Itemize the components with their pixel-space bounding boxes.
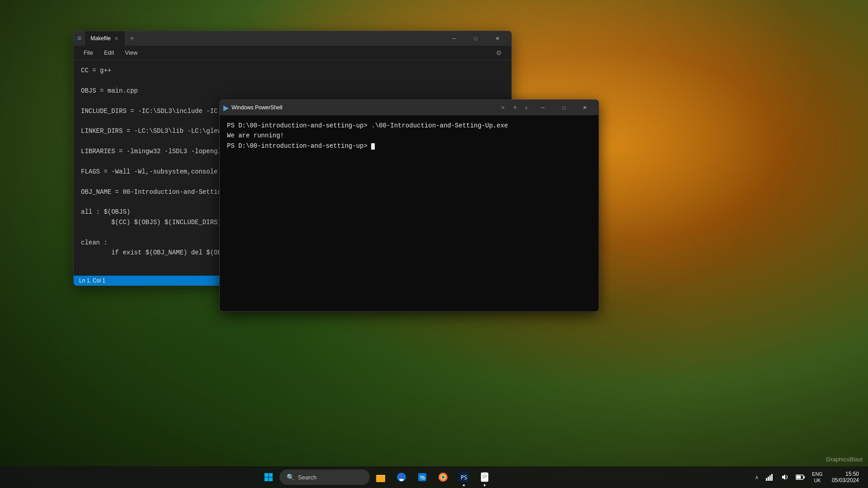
notepad-win-controls: ─ □ ✕ [443,31,508,46]
taskbar-clock[interactable]: 15:50 05/03/2024 [828,469,863,485]
svg-rect-2 [264,478,269,482]
taskbar-notepad[interactable] [475,467,495,487]
svg-rect-20 [769,475,771,481]
code-line-1: CC = g++ [81,66,504,75]
svg-rect-17 [483,472,486,474]
svg-text:🛍: 🛍 [420,474,425,481]
taskbar-tray: ∧ [753,469,868,486]
taskbar-search-icon: 🔍 [287,474,294,481]
taskbar-search[interactable]: 🔍 Search [279,469,370,485]
tray-battery-icon[interactable] [794,471,807,483]
ps-close-btn[interactable]: ✕ [574,100,595,115]
ps-tab-dropdown[interactable]: ∨ [523,103,530,113]
notepad-menu-edit[interactable]: Edit [99,47,118,58]
ps-maximize-btn[interactable]: □ [553,100,574,115]
svg-point-10 [442,476,444,479]
notepad-tab-label: Makefile [90,35,111,42]
ps-line-1: PS D:\00-introduction-and-setting-up> .\… [227,121,591,131]
ps-titlebar: ▶ Windows PowerShell ✕ + ∨ ─ □ ✕ [220,100,599,115]
taskbar-powershell[interactable]: PS [454,467,474,487]
notepad-minimize-btn[interactable]: ─ [443,31,464,46]
taskbar-search-text: Search [298,474,316,481]
notepad-titlebar: ≡ Makefile ✕ + ─ □ ✕ [74,31,511,46]
notepad-menu-view[interactable]: View [120,47,142,58]
tray-language[interactable]: ENG UK [809,469,826,486]
ps-line-2: We are running! [227,131,591,141]
start-button[interactable] [259,467,278,487]
battery-icon [796,474,805,480]
ps-app-icon: ▶ [223,103,229,112]
svg-rect-23 [797,476,801,479]
tray-sound-icon[interactable] [778,471,791,483]
taskbar-file-explorer[interactable] [371,467,391,487]
notepad-menubar: File Edit View ⚙ [74,46,511,60]
ps-line-3: PS D:\00-introduction-and-setting-up> [227,141,591,151]
notepad-tab-close[interactable]: ✕ [113,35,119,42]
lang-region: UK [812,477,823,483]
edge-icon [396,472,406,482]
watermark: GraphicsBlast [826,456,863,463]
desktop: ≡ Makefile ✕ + ─ □ ✕ File Edit View ⚙ CC… [0,0,868,488]
svg-rect-19 [768,477,769,481]
network-icon [766,474,773,481]
firefox-icon [438,472,448,482]
tray-network-icon[interactable] [763,471,776,483]
notepad-maximize-btn[interactable]: □ [465,31,486,46]
svg-rect-3 [269,478,273,482]
svg-text:PS: PS [461,474,467,481]
ps-win-controls: ─ □ ✕ [533,100,595,115]
ps-content-area[interactable]: PS D:\00-introduction-and-setting-up> .\… [220,115,599,311]
notepad-cursor-pos: Ln 1, Col 1 [79,277,105,284]
notepad-app-icon: ≡ [77,34,81,42]
taskbar-edge[interactable] [392,467,411,487]
ps-cursor [371,143,375,150]
ps-title: Windows PowerShell [231,104,495,111]
taskbar: 🔍 Search [0,466,868,488]
file-explorer-icon [376,472,386,482]
ps-prompt-text: PS D:\00-introduction-and-setting-up> [227,142,371,150]
lang-code: ENG [812,471,823,477]
store-icon: 🛍 [417,472,427,482]
notepad-tab-add[interactable]: + [126,32,138,45]
speaker-icon [781,474,788,481]
clock-date: 05/03/2024 [832,477,859,483]
svg-rect-0 [264,473,269,477]
code-line-3: OBJS = main.cpp [81,86,504,96]
svg-rect-13 [481,473,488,482]
notepad-menu-file[interactable]: File [79,47,98,58]
svg-rect-1 [269,473,273,477]
taskbar-store[interactable]: 🛍 [412,467,432,487]
svg-rect-18 [766,478,767,481]
powershell-window: ▶ Windows PowerShell ✕ + ∨ ─ □ ✕ PS D:\0… [219,99,599,312]
ps-tab-add[interactable]: + [510,103,520,113]
svg-rect-21 [771,474,773,481]
powershell-icon: PS [459,472,469,482]
ps-minimize-btn[interactable]: ─ [533,100,553,115]
notepad-tab-makefile[interactable]: Makefile ✕ [85,31,125,46]
notepad-close-btn[interactable]: ✕ [487,31,508,46]
clock-time: 15:50 [832,471,859,477]
windows-logo-icon [264,473,273,482]
taskbar-firefox[interactable] [433,467,453,487]
tray-overflow-btn[interactable]: ∧ [753,472,760,483]
notepad-icon [480,472,490,482]
svg-rect-24 [804,476,805,479]
code-line-2 [81,75,504,85]
notepad-settings-btn[interactable]: ⚙ [491,46,506,60]
notepad-tabs: Makefile ✕ + [85,31,440,46]
ps-tab-close[interactable]: ✕ [498,103,508,113]
